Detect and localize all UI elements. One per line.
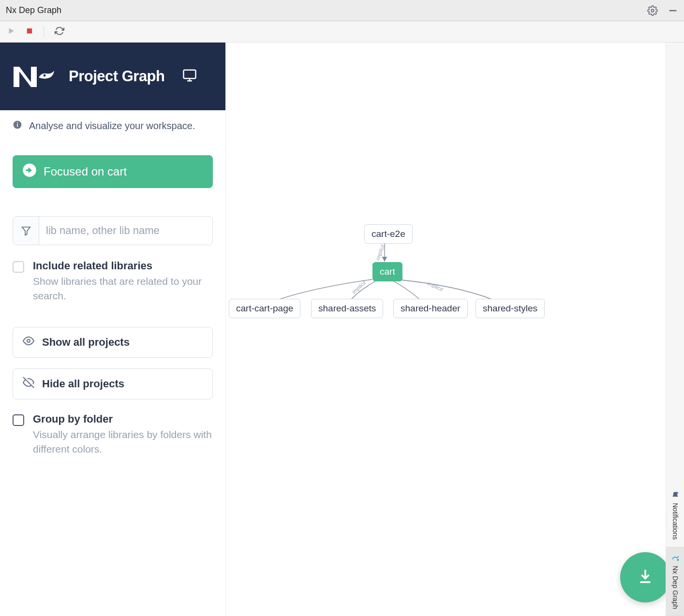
graph-node-cart-e2e[interactable]: cart-e2e <box>364 224 413 244</box>
rail-tab-nx-dep-graph[interactable]: Nx Dep Graph <box>666 547 684 616</box>
include-related-checkbox[interactable] <box>13 261 24 273</box>
window-titlebar: Nx Dep Graph <box>0 0 684 21</box>
svg-marker-13 <box>22 227 30 235</box>
download-fab[interactable] <box>620 552 670 602</box>
rail-tab-notifications-label: Notifications <box>671 503 679 540</box>
svg-rect-9 <box>17 124 18 127</box>
info-text: Analyse and visualize your workspace. <box>29 120 195 132</box>
edge-label-e2e-cart: implicit <box>374 244 386 261</box>
monitor-icon[interactable] <box>182 68 197 85</box>
graph-edges <box>226 43 684 616</box>
svg-marker-2 <box>9 28 15 34</box>
graph-node-cart[interactable]: cart <box>372 262 402 281</box>
hide-all-button[interactable]: Hide all projects <box>13 368 213 399</box>
svg-point-10 <box>17 122 18 123</box>
filter-row <box>13 216 213 245</box>
sidebar: Project Graph Analyse and visualize your… <box>0 43 226 616</box>
svg-rect-12 <box>26 169 30 171</box>
svg-point-16 <box>676 492 678 494</box>
svg-point-4 <box>44 74 46 77</box>
window-title: Nx Dep Graph <box>6 5 61 15</box>
info-row: Analyse and visualize your workspace. <box>13 120 213 132</box>
stop-icon[interactable] <box>26 28 33 36</box>
group-by-folder-checkbox[interactable] <box>13 414 24 426</box>
focus-label: Focused on cart <box>44 165 127 178</box>
minimize-icon[interactable] <box>668 5 678 16</box>
eye-off-icon <box>23 377 34 391</box>
info-icon <box>13 120 22 132</box>
filter-input[interactable] <box>39 217 212 245</box>
toolbar <box>0 21 684 43</box>
edge-label-cart-assets: implicit <box>351 279 367 294</box>
svg-rect-3 <box>27 28 32 33</box>
nx-logo <box>13 62 56 91</box>
graph-node-shared-styles[interactable]: shared-styles <box>476 299 545 318</box>
edge-label-cart-styles: implicit <box>427 280 444 293</box>
rail-tab-notifications[interactable]: Notifications <box>666 484 684 547</box>
toolbar-divider <box>44 27 44 37</box>
svg-rect-5 <box>183 70 195 79</box>
play-icon[interactable] <box>7 27 15 37</box>
arrow-circle-right-icon <box>22 163 37 180</box>
show-all-label: Show all projects <box>42 336 130 349</box>
show-all-button[interactable]: Show all projects <box>13 327 213 358</box>
graph-canvas[interactable]: cart-e2e cart cart-cart-page shared-asse… <box>226 43 684 616</box>
graph-node-cart-cart-page[interactable]: cart-cart-page <box>229 299 300 318</box>
svg-point-17 <box>677 559 679 561</box>
svg-point-14 <box>27 339 30 342</box>
group-by-folder-row: Group by folder Visually arrange librari… <box>13 413 213 457</box>
refresh-icon[interactable] <box>55 26 64 38</box>
gear-icon[interactable] <box>647 5 658 16</box>
rail-tab-nx-dep-graph-label: Nx Dep Graph <box>671 566 679 609</box>
group-by-folder-desc: Visually arrange libraries by folders wi… <box>33 427 213 457</box>
titlebar-actions <box>647 5 678 16</box>
svg-point-0 <box>651 9 654 12</box>
download-icon <box>637 568 654 587</box>
sidebar-title: Project Graph <box>69 68 165 85</box>
hide-all-label: Hide all projects <box>42 378 124 390</box>
focus-chip[interactable]: Focused on cart <box>13 155 213 188</box>
group-by-folder-title: Group by folder <box>33 413 213 425</box>
graph-node-shared-header[interactable]: shared-header <box>393 299 468 318</box>
right-rail: Notifications Nx Dep Graph <box>666 43 684 616</box>
include-related-title: Include related libraries <box>33 260 213 272</box>
filter-icon <box>13 217 39 245</box>
include-related-row: Include related libraries Show libraries… <box>13 260 213 304</box>
sidebar-header: Project Graph <box>0 43 225 110</box>
eye-icon <box>23 335 34 350</box>
include-related-desc: Show libraries that are related to your … <box>33 274 213 304</box>
graph-node-shared-assets[interactable]: shared-assets <box>311 299 383 318</box>
